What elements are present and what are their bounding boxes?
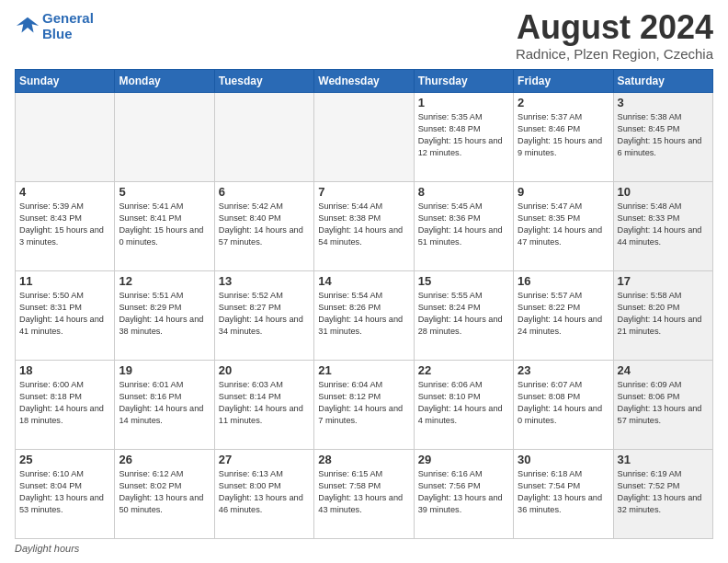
day-info: Sunrise: 5:54 AM Sunset: 8:26 PM Dayligh… <box>318 290 409 338</box>
day-number: 15 <box>418 274 509 288</box>
table-row: 20Sunrise: 6:03 AM Sunset: 8:14 PM Dayli… <box>214 361 313 450</box>
table-row: 31Sunrise: 6:19 AM Sunset: 7:52 PM Dayli… <box>613 450 712 539</box>
day-number: 31 <box>618 453 709 466</box>
day-number: 6 <box>219 185 310 199</box>
day-info: Sunrise: 6:06 AM Sunset: 8:10 PM Dayligh… <box>418 379 509 427</box>
table-row: 14Sunrise: 5:54 AM Sunset: 8:26 PM Dayli… <box>314 271 414 361</box>
calendar-week-row: 4Sunrise: 5:39 AM Sunset: 8:43 PM Daylig… <box>16 182 713 271</box>
table-row: 9Sunrise: 5:47 AM Sunset: 8:35 PM Daylig… <box>514 182 613 271</box>
day-number: 21 <box>318 363 409 377</box>
table-row: 21Sunrise: 6:04 AM Sunset: 8:12 PM Dayli… <box>314 361 414 450</box>
day-number: 24 <box>618 363 709 377</box>
day-number: 27 <box>219 453 310 466</box>
page: General Blue August 2024 Radnice, Plzen … <box>0 0 728 563</box>
day-number: 10 <box>618 185 709 199</box>
day-info: Sunrise: 5:35 AM Sunset: 8:48 PM Dayligh… <box>418 111 509 159</box>
day-info: Sunrise: 5:45 AM Sunset: 8:36 PM Dayligh… <box>418 201 509 248</box>
calendar-week-row: 25Sunrise: 6:10 AM Sunset: 8:04 PM Dayli… <box>16 450 713 539</box>
table-row: 11Sunrise: 5:50 AM Sunset: 8:31 PM Dayli… <box>16 271 115 361</box>
col-monday: Monday <box>115 70 214 93</box>
day-number: 13 <box>219 274 310 288</box>
table-row: 8Sunrise: 5:45 AM Sunset: 8:36 PM Daylig… <box>414 182 513 271</box>
title-location: Radnice, Plzen Region, Czechia <box>516 46 713 62</box>
day-info: Sunrise: 6:00 AM Sunset: 8:18 PM Dayligh… <box>19 379 110 427</box>
footer-label: Daylight hours <box>15 543 79 554</box>
day-number: 30 <box>518 453 609 466</box>
day-number: 22 <box>418 363 509 377</box>
day-info: Sunrise: 6:12 AM Sunset: 8:02 PM Dayligh… <box>119 468 210 516</box>
logo-bird-icon <box>15 14 40 40</box>
day-info: Sunrise: 5:50 AM Sunset: 8:31 PM Dayligh… <box>19 290 110 338</box>
day-info: Sunrise: 5:39 AM Sunset: 8:43 PM Dayligh… <box>19 201 110 248</box>
calendar-week-row: 11Sunrise: 5:50 AM Sunset: 8:31 PM Dayli… <box>16 271 713 361</box>
day-number: 14 <box>318 274 409 288</box>
day-info: Sunrise: 5:37 AM Sunset: 8:46 PM Dayligh… <box>518 111 609 159</box>
day-info: Sunrise: 5:58 AM Sunset: 8:20 PM Dayligh… <box>618 290 709 338</box>
day-info: Sunrise: 6:09 AM Sunset: 8:06 PM Dayligh… <box>618 379 709 427</box>
table-row: 18Sunrise: 6:00 AM Sunset: 8:18 PM Dayli… <box>16 361 115 450</box>
day-number: 18 <box>19 363 110 377</box>
day-number: 12 <box>119 274 210 288</box>
day-info: Sunrise: 6:10 AM Sunset: 8:04 PM Dayligh… <box>19 468 110 516</box>
day-number: 5 <box>119 185 210 199</box>
header: General Blue August 2024 Radnice, Plzen … <box>15 11 713 62</box>
day-info: Sunrise: 5:55 AM Sunset: 8:24 PM Dayligh… <box>418 290 509 338</box>
col-tuesday: Tuesday <box>214 70 313 93</box>
col-thursday: Thursday <box>414 70 513 93</box>
col-wednesday: Wednesday <box>314 70 414 93</box>
table-row <box>314 93 414 182</box>
calendar-table: Sunday Monday Tuesday Wednesday Thursday… <box>15 69 713 539</box>
table-row: 29Sunrise: 6:16 AM Sunset: 7:56 PM Dayli… <box>414 450 513 539</box>
day-number: 1 <box>418 96 509 109</box>
table-row: 7Sunrise: 5:44 AM Sunset: 8:38 PM Daylig… <box>314 182 414 271</box>
col-friday: Friday <box>514 70 613 93</box>
footer: Daylight hours <box>15 543 713 554</box>
table-row: 28Sunrise: 6:15 AM Sunset: 7:58 PM Dayli… <box>314 450 414 539</box>
day-info: Sunrise: 6:03 AM Sunset: 8:14 PM Dayligh… <box>219 379 310 427</box>
day-info: Sunrise: 5:44 AM Sunset: 8:38 PM Dayligh… <box>318 201 409 248</box>
day-number: 16 <box>518 274 609 288</box>
day-number: 19 <box>119 363 210 377</box>
day-info: Sunrise: 6:16 AM Sunset: 7:56 PM Dayligh… <box>418 468 509 516</box>
table-row: 6Sunrise: 5:42 AM Sunset: 8:40 PM Daylig… <box>214 182 313 271</box>
day-number: 3 <box>618 96 709 109</box>
logo-text: General Blue <box>42 11 94 41</box>
day-info: Sunrise: 6:13 AM Sunset: 8:00 PM Dayligh… <box>219 468 310 516</box>
col-saturday: Saturday <box>613 70 712 93</box>
day-info: Sunrise: 5:57 AM Sunset: 8:22 PM Dayligh… <box>518 290 609 338</box>
day-info: Sunrise: 6:18 AM Sunset: 7:54 PM Dayligh… <box>518 468 609 516</box>
table-row: 27Sunrise: 6:13 AM Sunset: 8:00 PM Dayli… <box>214 450 313 539</box>
day-number: 26 <box>119 453 210 466</box>
logo: General Blue <box>15 11 94 41</box>
table-row: 13Sunrise: 5:52 AM Sunset: 8:27 PM Dayli… <box>214 271 313 361</box>
day-info: Sunrise: 5:41 AM Sunset: 8:41 PM Dayligh… <box>119 201 210 248</box>
table-row: 24Sunrise: 6:09 AM Sunset: 8:06 PM Dayli… <box>613 361 712 450</box>
table-row: 1Sunrise: 5:35 AM Sunset: 8:48 PM Daylig… <box>414 93 513 182</box>
table-row <box>214 93 313 182</box>
day-number: 25 <box>19 453 110 466</box>
day-info: Sunrise: 5:48 AM Sunset: 8:33 PM Dayligh… <box>618 201 709 248</box>
calendar-week-row: 1Sunrise: 5:35 AM Sunset: 8:48 PM Daylig… <box>16 93 713 182</box>
table-row: 19Sunrise: 6:01 AM Sunset: 8:16 PM Dayli… <box>115 361 214 450</box>
table-row: 26Sunrise: 6:12 AM Sunset: 8:02 PM Dayli… <box>115 450 214 539</box>
day-number: 4 <box>19 185 110 199</box>
table-row: 2Sunrise: 5:37 AM Sunset: 8:46 PM Daylig… <box>514 93 613 182</box>
table-row: 5Sunrise: 5:41 AM Sunset: 8:41 PM Daylig… <box>115 182 214 271</box>
day-info: Sunrise: 6:04 AM Sunset: 8:12 PM Dayligh… <box>318 379 409 427</box>
day-info: Sunrise: 6:07 AM Sunset: 8:08 PM Dayligh… <box>518 379 609 427</box>
table-row: 17Sunrise: 5:58 AM Sunset: 8:20 PM Dayli… <box>613 271 712 361</box>
table-row: 3Sunrise: 5:38 AM Sunset: 8:45 PM Daylig… <box>613 93 712 182</box>
logo-line2: Blue <box>42 26 73 41</box>
day-info: Sunrise: 5:51 AM Sunset: 8:29 PM Dayligh… <box>119 290 210 338</box>
day-number: 17 <box>618 274 709 288</box>
day-number: 7 <box>318 185 409 199</box>
table-row <box>115 93 214 182</box>
day-number: 29 <box>418 453 509 466</box>
day-number: 23 <box>518 363 609 377</box>
table-row: 30Sunrise: 6:18 AM Sunset: 7:54 PM Dayli… <box>514 450 613 539</box>
table-row: 12Sunrise: 5:51 AM Sunset: 8:29 PM Dayli… <box>115 271 214 361</box>
day-number: 28 <box>318 453 409 466</box>
table-row: 15Sunrise: 5:55 AM Sunset: 8:24 PM Dayli… <box>414 271 513 361</box>
table-row: 22Sunrise: 6:06 AM Sunset: 8:10 PM Dayli… <box>414 361 513 450</box>
table-row: 4Sunrise: 5:39 AM Sunset: 8:43 PM Daylig… <box>16 182 115 271</box>
